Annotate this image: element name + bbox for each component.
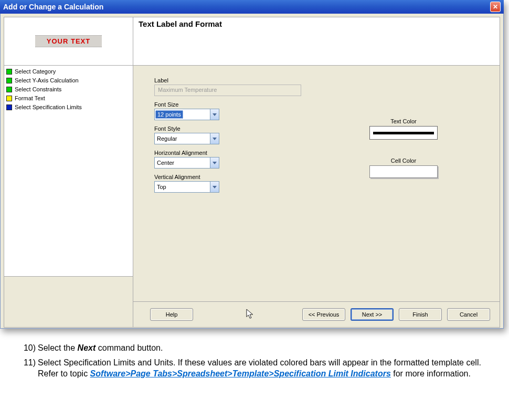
next-button[interactable]: Next >>	[351, 308, 394, 321]
instruction-11-num: 11)	[21, 357, 38, 380]
instruction-11: 11) Select Specification Limits and Unit…	[21, 357, 483, 380]
wizard-steps: Select Category Select Y-Axis Calculatio…	[4, 66, 133, 277]
instructions: 10) Select the Next command button. 11) …	[0, 339, 483, 380]
fontstyle-value: Regular	[155, 135, 210, 142]
preview-text: YOUR TEXT	[35, 35, 102, 47]
step-select-yaxis[interactable]: Select Y-Axis Calculation	[6, 76, 131, 85]
fontstyle-combo[interactable]: Regular	[154, 133, 219, 144]
right-column: Text Label and Format Label Maximum Temp…	[133, 17, 500, 327]
chevron-down-icon	[210, 109, 219, 120]
instruction-10: 10) Select the Next command button.	[21, 342, 483, 354]
label-label: Label	[154, 77, 479, 83]
fontsize-combo[interactable]: 12 points	[154, 109, 219, 120]
content: YOUR TEXT Select Category Select Y-Axis …	[4, 17, 500, 328]
window-title: Add or Change a Calculation	[3, 3, 103, 11]
titlebar: Add or Change a Calculation ✕	[0, 0, 504, 14]
label-input[interactable]: Maximum Temperature	[154, 85, 301, 96]
i10-next: Next	[78, 343, 96, 352]
preview-pane: YOUR TEXT	[4, 17, 133, 66]
panel-title: Text Label and Format	[133, 17, 500, 66]
help-button[interactable]: Help	[150, 308, 193, 321]
button-row: Help << Previous Next >> Finish Cancel	[133, 302, 500, 327]
status-icon	[6, 104, 12, 110]
halign-value: Center	[155, 160, 210, 166]
halign-label: Horizontal Alignment	[154, 150, 479, 156]
step-label: Select Category	[15, 67, 56, 76]
halign-combo[interactable]: Center	[154, 157, 219, 169]
fontsize-label: Font Size	[154, 101, 479, 108]
cell-color-label: Cell Color	[369, 158, 438, 164]
finish-button[interactable]: Finish	[399, 308, 442, 321]
step-spec-limits[interactable]: Select Specification Limits	[6, 103, 131, 112]
field-fontsize: Font Size 12 points	[154, 101, 479, 120]
left-column: YOUR TEXT Select Category Select Y-Axis …	[4, 17, 133, 327]
step-select-category[interactable]: Select Category	[6, 67, 131, 76]
previous-button[interactable]: << Previous	[302, 308, 345, 321]
chevron-down-icon	[210, 158, 219, 168]
status-icon	[6, 87, 12, 92]
status-icon	[6, 96, 12, 101]
fontsize-value: 12 points	[155, 110, 183, 119]
valign-value: Top	[155, 184, 210, 190]
step-label: Select Specification Limits	[15, 103, 82, 112]
i11-link[interactable]: Software>Page Tabs>Spreadsheet>Template>…	[90, 369, 391, 378]
chevron-down-icon	[210, 133, 219, 144]
text-color-group: Text Color	[369, 118, 438, 140]
step-label: Select Y-Axis Calculation	[15, 76, 79, 85]
chevron-down-icon	[210, 182, 219, 192]
close-button[interactable]: ✕	[490, 2, 501, 12]
text-color-label: Text Color	[369, 118, 438, 124]
status-icon	[6, 78, 12, 83]
close-icon: ✕	[493, 3, 498, 10]
status-icon	[6, 69, 12, 75]
step-format-text[interactable]: Format Text	[6, 94, 131, 103]
i10-text-c: command button.	[96, 343, 163, 352]
i10-text-a: Select the	[38, 343, 78, 352]
step-label: Format Text	[15, 94, 45, 103]
valign-combo[interactable]: Top	[154, 181, 219, 193]
cancel-button[interactable]: Cancel	[447, 308, 490, 321]
step-label: Select Constraints	[15, 85, 61, 94]
instruction-10-num: 10)	[21, 342, 38, 354]
left-bottom-spacer	[4, 277, 133, 327]
cell-color-picker[interactable]	[369, 165, 438, 178]
field-label: Label Maximum Temperature	[154, 77, 479, 96]
form-area: Label Maximum Temperature Font Size 12 p…	[133, 66, 500, 302]
i11-text-b: for more information.	[391, 369, 471, 378]
cell-color-group: Cell Color	[369, 158, 438, 178]
dialog-window: Add or Change a Calculation ✕ YOUR TEXT …	[0, 0, 504, 329]
dialog-body: YOUR TEXT Select Category Select Y-Axis …	[0, 14, 504, 329]
step-select-constraints[interactable]: Select Constraints	[6, 85, 131, 94]
text-color-picker[interactable]	[369, 126, 438, 140]
